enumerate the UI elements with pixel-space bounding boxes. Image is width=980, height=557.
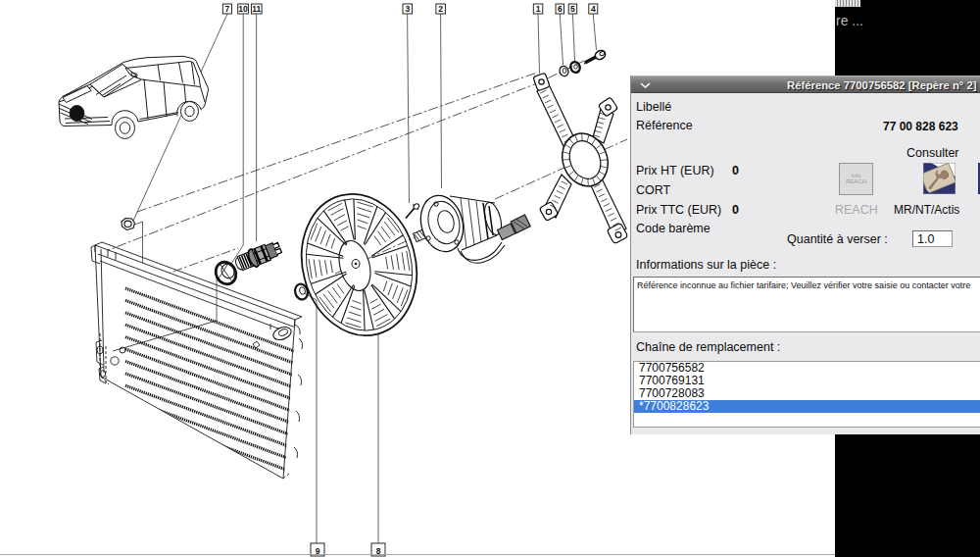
svg-text:4: 4 — [591, 4, 596, 14]
svg-text:5: 5 — [570, 4, 575, 14]
svg-text:6: 6 — [558, 4, 563, 14]
svg-text:7: 7 — [225, 4, 230, 14]
svg-text:1: 1 — [536, 4, 541, 14]
svg-text:2: 2 — [438, 4, 443, 14]
svg-text:3: 3 — [405, 4, 410, 14]
svg-text:11: 11 — [252, 4, 261, 14]
svg-text:10: 10 — [238, 4, 248, 14]
